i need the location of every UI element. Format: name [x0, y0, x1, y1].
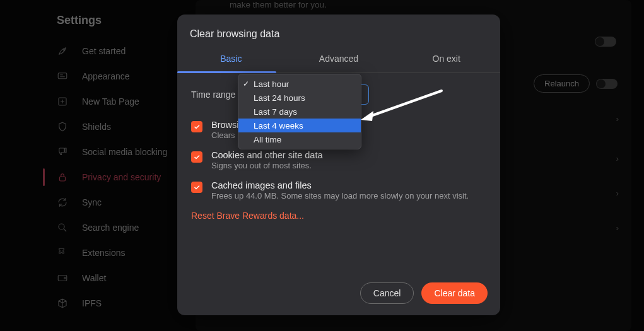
tab-on-exit[interactable]: On exit — [392, 47, 500, 73]
sidebar-item-label: Sync — [82, 197, 102, 207]
sidebar-item-social-blocking[interactable]: Social media blocking — [6, 139, 177, 165]
checkbox-checked-icon[interactable] — [191, 182, 202, 193]
wallet-icon — [57, 272, 68, 284]
sync-icon — [57, 197, 68, 208]
checkbox-checked-icon[interactable] — [191, 121, 202, 132]
svg-rect-3 — [60, 177, 66, 181]
sidebar-item-extensions[interactable]: Extensions — [6, 240, 177, 265]
svg-point-6 — [64, 277, 66, 279]
sidebar-item-wallet[interactable]: Wallet — [6, 265, 177, 291]
dropdown-item-all-time[interactable]: All time — [238, 132, 361, 146]
reset-rewards-link[interactable]: Reset Brave Rewards data... — [191, 211, 304, 221]
lock-icon — [57, 171, 68, 183]
tab-advanced[interactable]: Advanced — [285, 47, 393, 73]
sidebar-item-label: Extensions — [82, 248, 125, 258]
time-range-dropdown: Last hour Last 24 hours Last 7 days Last… — [238, 74, 361, 149]
cube-icon — [57, 298, 68, 309]
clear-browsing-data-dialog: Clear browsing data Basic Advanced On ex… — [177, 15, 500, 315]
sidebar-item-new-tab[interactable]: New Tab Page — [6, 89, 177, 114]
dropdown-item-last-4-weeks[interactable]: Last 4 weeks — [238, 119, 361, 132]
shield-icon — [57, 121, 68, 132]
svg-rect-1 — [58, 73, 67, 79]
option-cookies[interactable]: Cookies and other site data Signs you ou… — [191, 145, 486, 175]
sidebar-item-appearance[interactable]: Appearance — [6, 64, 177, 89]
dialog-tabs: Basic Advanced On exit — [177, 47, 500, 73]
checkbox-checked-icon[interactable] — [191, 151, 202, 163]
sidebar-item-ipfs[interactable]: IPFS — [6, 291, 177, 316]
sidebar-item-label: Privacy and security — [82, 172, 161, 182]
option-title: Cookies and other site data — [211, 150, 323, 160]
sidebar-title: Settings — [57, 14, 177, 27]
sidebar-item-privacy[interactable]: Privacy and security — [6, 165, 177, 190]
sidebar-item-label: Search engine — [82, 223, 139, 233]
chevron-right-icon: › — [616, 189, 619, 198]
sidebar-item-get-started[interactable]: Get started — [6, 38, 177, 64]
puzzle-icon — [57, 247, 68, 258]
rocket-icon — [57, 45, 68, 57]
sidebar-item-label: IPFS — [82, 298, 102, 308]
dropdown-item-last-hour[interactable]: Last hour — [238, 77, 361, 91]
chevron-right-icon: › — [616, 223, 619, 233]
svg-point-4 — [59, 224, 64, 229]
chevron-right-icon: › — [616, 154, 619, 163]
search-icon — [57, 222, 68, 233]
dialog-title: Clear browsing data — [177, 15, 500, 47]
option-sub: Signs you out of most sites. — [211, 161, 323, 170]
chevron-right-icon: › — [616, 114, 619, 124]
dropdown-item-last-24-hours[interactable]: Last 24 hours — [238, 91, 361, 105]
dialog-footer: Cancel Clear data — [177, 274, 500, 315]
relaunch-row: Relaunch — [534, 74, 618, 93]
newtab-icon — [57, 96, 68, 107]
sidebar-item-label: Social media blocking — [82, 147, 167, 157]
sidebar-item-search[interactable]: Search engine — [6, 215, 177, 240]
settings-sidebar: Settings Get started Appearance New Tab … — [0, 0, 177, 331]
time-range-label: Time range — [191, 90, 235, 100]
sidebar-item-label: Appearance — [82, 71, 130, 81]
option-title: Cached images and files — [211, 180, 469, 190]
appearance-icon — [57, 71, 68, 82]
sidebar-item-label: Shields — [82, 122, 111, 132]
thumb-down-icon — [57, 146, 68, 158]
sidebar-item-label: New Tab Page — [82, 96, 139, 107]
svg-point-0 — [63, 49, 64, 50]
tab-basic[interactable]: Basic — [177, 47, 285, 73]
sidebar-item-label: Wallet — [82, 273, 106, 283]
toggle-top[interactable] — [595, 37, 616, 47]
sidebar-item-shields[interactable]: Shields — [6, 114, 177, 139]
sidebar-item-sync[interactable]: Sync — [6, 190, 177, 215]
option-sub: Frees up 44.0 MB. Some sites may load mo… — [211, 191, 469, 200]
dropdown-item-last-7-days[interactable]: Last 7 days — [238, 105, 361, 119]
option-cache[interactable]: Cached images and files Frees up 44.0 MB… — [191, 175, 486, 206]
relaunch-button[interactable]: Relaunch — [534, 74, 590, 93]
toggle-relaunch[interactable] — [596, 79, 618, 89]
cancel-button[interactable]: Cancel — [360, 282, 414, 304]
sidebar-item-label: Get started — [82, 46, 126, 56]
clear-data-button[interactable]: Clear data — [421, 282, 488, 304]
bg-text-top: make them better for you. — [230, 0, 619, 15]
